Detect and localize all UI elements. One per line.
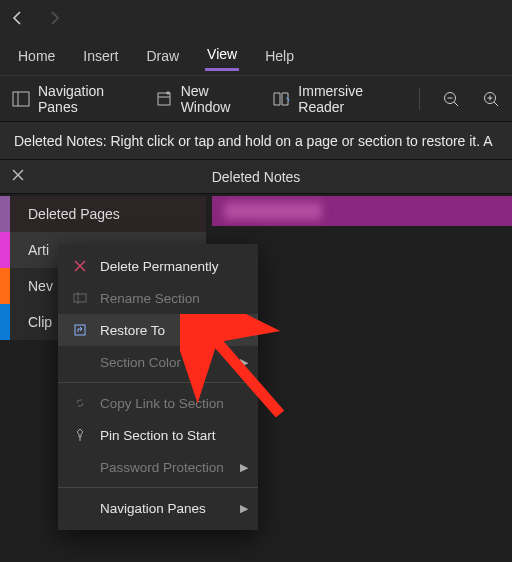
ctx-rename-section: Rename Section	[58, 282, 258, 314]
zoom-in-icon	[482, 90, 500, 108]
ctx-restore-label: Restore To	[100, 323, 165, 338]
blank-icon	[72, 500, 88, 516]
ctx-navpanes-label: Navigation Panes	[100, 501, 206, 516]
ctx-copylink-label: Copy Link to Section	[100, 396, 224, 411]
close-panel-button[interactable]	[10, 167, 30, 187]
ctx-section-color: Section Color ▶	[58, 346, 258, 378]
ctx-pin-label: Pin Section to Start	[100, 428, 216, 443]
panes-icon	[12, 90, 30, 108]
ctx-delete-label: Delete Permanently	[100, 259, 219, 274]
tab-help[interactable]: Help	[263, 42, 296, 70]
ctx-copy-link: Copy Link to Section	[58, 387, 258, 419]
section-color-1	[0, 196, 10, 232]
ctx-pin-section[interactable]: Pin Section to Start	[58, 419, 258, 451]
ctx-separator-2	[58, 487, 258, 488]
tab-view[interactable]: View	[205, 40, 239, 71]
redacted-page-title	[224, 202, 322, 220]
zoom-out-button[interactable]	[442, 90, 460, 108]
ctx-restore-to[interactable]: Restore To	[58, 314, 258, 346]
new-window-label: New Window	[181, 83, 251, 115]
ctx-password: Password Protection ▶	[58, 451, 258, 483]
svg-rect-0	[13, 92, 29, 106]
svg-line-7	[454, 102, 458, 106]
ctx-color-label: Section Color	[100, 355, 181, 370]
page-title-strip[interactable]	[212, 196, 512, 226]
new-window-button[interactable]: New Window	[155, 83, 251, 115]
ctx-rename-label: Rename Section	[100, 291, 200, 306]
info-bar: Deleted Notes: Right click or tap and ho…	[0, 122, 512, 160]
back-button[interactable]	[8, 8, 28, 28]
section-color-3	[0, 268, 10, 304]
panel-header: Deleted Notes	[0, 160, 512, 194]
ctx-separator-1	[58, 382, 258, 383]
chevron-right-icon: ▶	[240, 502, 248, 515]
color-icon	[72, 354, 88, 370]
tab-home[interactable]: Home	[16, 42, 57, 70]
ribbon-separator	[419, 88, 420, 110]
new-window-icon	[155, 90, 173, 108]
navigation-panes-button[interactable]: Navigation Panes	[12, 83, 133, 115]
restore-icon	[72, 322, 88, 338]
link-icon	[72, 395, 88, 411]
delete-icon	[72, 258, 88, 274]
chevron-right-icon: ▶	[240, 461, 248, 474]
lock-icon	[72, 459, 88, 475]
rename-icon	[72, 290, 88, 306]
ribbon: Navigation Panes New Window Immersive Re…	[0, 76, 512, 122]
sidebar-header[interactable]: Deleted Pages	[10, 196, 206, 232]
immersive-reader-label: Immersive Reader	[298, 83, 397, 115]
navigation-panes-label: Navigation Panes	[38, 83, 133, 115]
immersive-reader-icon	[272, 90, 290, 108]
ctx-delete-permanently[interactable]: Delete Permanently	[58, 250, 258, 282]
pin-icon	[72, 427, 88, 443]
panel-title: Deleted Notes	[212, 169, 301, 185]
ctx-password-label: Password Protection	[100, 460, 224, 475]
menubar: Home Insert Draw View Help	[0, 36, 512, 76]
svg-line-10	[494, 102, 498, 106]
section-color-4	[0, 304, 10, 340]
ctx-navigation-panes[interactable]: Navigation Panes ▶	[58, 492, 258, 524]
chevron-right-icon: ▶	[240, 356, 248, 369]
tab-insert[interactable]: Insert	[81, 42, 120, 70]
forward-button[interactable]	[44, 8, 64, 28]
zoom-in-button[interactable]	[482, 90, 500, 108]
section-color-strip	[0, 196, 10, 340]
svg-rect-17	[74, 294, 86, 302]
svg-rect-19	[75, 325, 85, 335]
section-color-2	[0, 232, 10, 268]
immersive-reader-button[interactable]: Immersive Reader	[272, 83, 397, 115]
zoom-out-icon	[442, 90, 460, 108]
tab-draw[interactable]: Draw	[144, 42, 181, 70]
context-menu: Delete Permanently Rename Section Restor…	[58, 244, 258, 530]
